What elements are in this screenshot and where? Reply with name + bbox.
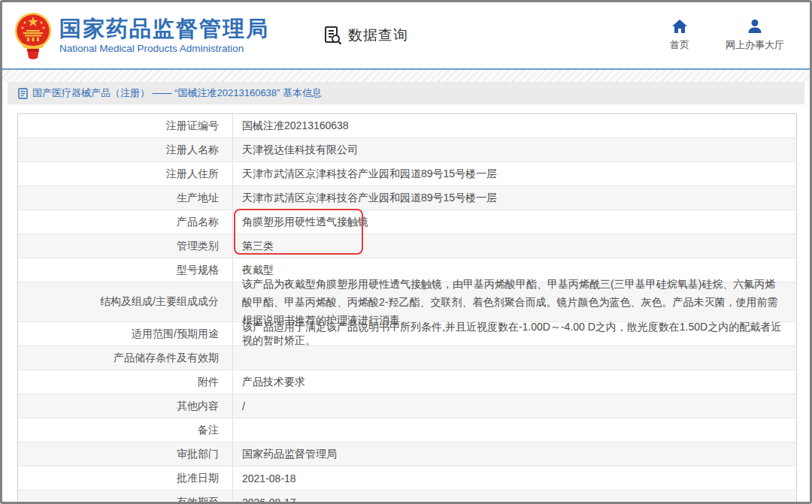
table-row-other-content: 其他内容 / (18, 394, 796, 418)
data-query-label: 数据查询 (348, 26, 408, 45)
row-label: 生产地址 (18, 186, 233, 210)
hatch-divider (2, 70, 810, 82)
row-label: 型号规格 (18, 258, 233, 282)
row-value: 2021-08-18 (233, 466, 796, 490)
row-value (233, 418, 796, 442)
row-value: / (233, 394, 796, 418)
row-value: 天津市武清区京津科技谷产业园和园道89号15号楼一层 (233, 162, 796, 186)
table-row-production-address: 生产地址 天津市武清区京津科技谷产业园和园道89号15号楼一层 (18, 186, 796, 210)
nav-home[interactable]: 首页 (670, 19, 689, 52)
row-label: 产品名称 (18, 210, 233, 234)
row-label: 适用范围/预期用途 (18, 322, 233, 346)
table-row-remarks: 备注 (18, 418, 796, 442)
row-value: 天津视达佳科技有限公司 (233, 138, 796, 161)
row-label: 结构及组成/主要组成成分 (18, 282, 233, 321)
nav-home-label: 首页 (670, 38, 689, 52)
row-label: 产品储存条件及有效期 (18, 346, 233, 370)
breadcrumb: 国产医疗器械产品（注册） —— “国械注准20213160638” 基本信息 (8, 82, 804, 104)
table-row-attachment: 附件 产品技术要求 (18, 370, 796, 394)
row-label: 注册证编号 (18, 114, 233, 137)
table-row-registrant-name: 注册人名称 天津视达佳科技有限公司 (18, 138, 796, 162)
national-emblem-icon (14, 10, 52, 61)
page: 国家药品监督管理局 National Medical Products Admi… (0, 0, 812, 504)
document-icon (18, 88, 28, 99)
row-label: 注册人名称 (18, 138, 233, 161)
row-label: 有效期至 (18, 490, 233, 504)
user-icon (747, 19, 763, 34)
table-row-approval-date: 批准日期 2021-08-18 (18, 466, 796, 490)
row-value: 天津市武清区京津科技谷产业园和园道89号15号楼一层 (233, 186, 796, 210)
row-value: 国械注准20213160638 (233, 114, 796, 137)
table-row-composition: 结构及组成/主要组成成分 该产品为夜戴型角膜塑形用硬性透气接触镜，由甲基丙烯酸甲… (18, 282, 796, 322)
registration-info-table: 注册证编号 国械注准20213160638 注册人名称 天津视达佳科技有限公司 … (17, 113, 797, 504)
table-row-valid-until: 有效期至 2026-08-17 (18, 490, 796, 504)
row-value: 该产品适用于满足该产品说明书中所列条件,并且近视度数在-1.00D～-4.00 … (233, 322, 796, 346)
table-row-cert-number: 注册证编号 国械注准20213160638 (18, 114, 796, 138)
table-row-registrant-address: 注册人住所 天津市武清区京津科技谷产业园和园道89号15号楼一层 (18, 162, 796, 186)
home-icon (671, 19, 688, 34)
nav-online-hall-label: 网上办事大厅 (726, 38, 784, 52)
row-label: 注册人住所 (18, 162, 233, 186)
table-row-management-class: 管理类别 第三类 (18, 234, 796, 258)
breadcrumb-text[interactable]: 国产医疗器械产品（注册） —— “国械注准20213160638” 基本信息 (32, 86, 322, 100)
table-row-intended-use: 适用范围/预期用途 该产品适用于满足该产品说明书中所列条件,并且近视度数在-1.… (18, 322, 796, 346)
table-row-approval-dept: 审批部门 国家药品监督管理局 (18, 442, 796, 466)
row-label: 管理类别 (18, 234, 233, 258)
table-row-storage: 产品储存条件及有效期 (18, 346, 796, 370)
row-value: 国家药品监督管理局 (233, 442, 796, 466)
row-value: 该产品为夜戴型角膜塑形用硬性透气接触镜，由甲基丙烯酸甲酯、甲基丙烯酰三(三甲基甲… (233, 282, 796, 321)
row-value (233, 346, 796, 370)
agency-subtitle: National Medical Products Administration (59, 43, 269, 54)
national-emblem-logo[interactable] (14, 10, 52, 61)
row-label: 备注 (18, 418, 233, 442)
row-value: 角膜塑形用硬性透气接触镜 (233, 210, 796, 234)
table-row-product-name: 产品名称 角膜塑形用硬性透气接触镜 (18, 210, 796, 234)
brand-block: 国家药品监督管理局 National Medical Products Admi… (59, 17, 269, 54)
row-value: 2026-08-17 (233, 490, 796, 504)
agency-title: 国家药品监督管理局 (59, 17, 269, 41)
row-label: 批准日期 (18, 466, 233, 490)
data-query-nav[interactable]: 数据查询 (323, 26, 408, 46)
document-search-icon (323, 26, 344, 46)
site-header: 国家药品监督管理局 National Medical Products Admi… (2, 2, 810, 70)
row-value: 第三类 (233, 234, 796, 258)
row-value: 产品技术要求 (233, 370, 796, 394)
row-label: 审批部门 (18, 442, 233, 466)
row-label: 附件 (18, 370, 233, 394)
row-label: 其他内容 (18, 394, 233, 418)
nav-online-hall[interactable]: 网上办事大厅 (726, 19, 784, 52)
